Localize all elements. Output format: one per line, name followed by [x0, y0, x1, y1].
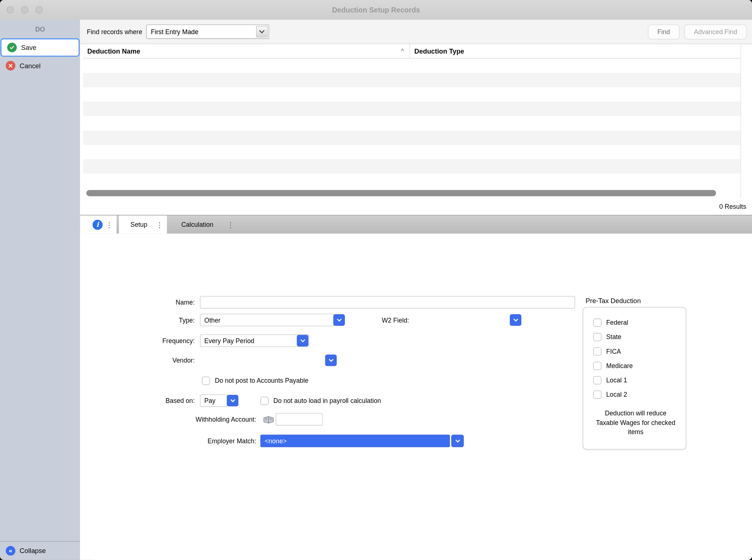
employer-match-select[interactable]: <none> [260, 435, 450, 447]
table-body-empty [83, 59, 740, 188]
vendor-dropdown-button[interactable] [325, 354, 336, 366]
w2-field-label: W2 Field: [376, 314, 409, 327]
state-checkbox[interactable] [593, 333, 601, 341]
results-table: Deduction Name ^ Deduction Type [83, 44, 741, 197]
pretax-deduction-title: Pre-Tax Deduction [585, 297, 641, 305]
pretax-option-row: Local 1 [593, 376, 678, 384]
tab-calculation[interactable]: Calculation ⋮ [167, 215, 238, 234]
ledger-icon[interactable] [263, 416, 274, 426]
save-button-label: Save [21, 44, 37, 51]
based-on-dropdown-button[interactable] [227, 395, 238, 406]
sidebar-header: DO [0, 20, 80, 39]
type-label: Type: [80, 314, 194, 327]
info-icon[interactable]: i [92, 219, 102, 229]
type-value: Other [204, 316, 220, 324]
pretax-option-row: FICA [593, 348, 678, 356]
window-close-button[interactable] [7, 6, 14, 13]
app-window: Deduction Setup Records DO Save Cancel «… [0, 0, 752, 560]
chevron-down-icon [300, 338, 305, 342]
withholding-account-label: Withholding Account: [80, 413, 256, 426]
pretax-deduction-panel: Federal State FICA Medicare [583, 307, 686, 450]
sort-ascending-icon: ^ [401, 48, 404, 54]
auto-load-label: Do not auto load in payroll calculation [273, 394, 381, 407]
type-dropdown-button[interactable] [333, 314, 345, 326]
dropdown-button[interactable] [256, 26, 267, 37]
horizontal-scrollbar [83, 188, 740, 197]
results-row: 0 Results [80, 198, 752, 215]
advanced-find-button[interactable]: Advanced Find [685, 24, 747, 39]
chevrons-left-icon: « [6, 546, 15, 556]
chevron-down-icon [329, 357, 333, 362]
drag-handle-icon[interactable]: ⋮ [156, 221, 163, 228]
type-dropdown[interactable]: Other [200, 314, 334, 326]
medicare-label: Medicare [606, 362, 633, 370]
tab-bar: i ⋮ Setup ⋮ Calculation ⋮ [80, 215, 752, 234]
drag-handle-icon[interactable]: ⋮ [227, 221, 234, 228]
employer-match-label: Employer Match: [80, 435, 256, 448]
frequency-value: Every Pay Period [204, 337, 254, 344]
local1-label: Local 1 [606, 377, 627, 384]
pretax-option-row: Medicare [593, 362, 678, 370]
based-on-value: Pay [204, 397, 215, 404]
state-label: State [606, 334, 621, 341]
tab-setup-label: Setup [131, 221, 147, 228]
main-panel: Find records where First Entry Made Find… [80, 20, 752, 560]
window-title: Deduction Setup Records [0, 6, 752, 14]
title-bar: Deduction Setup Records [0, 0, 752, 20]
tab-setup[interactable]: Setup ⋮ [119, 215, 167, 234]
drag-handle-icon[interactable]: ⋮ [106, 221, 113, 228]
pretax-option-row: Local 2 [593, 390, 678, 399]
local1-checkbox[interactable] [593, 376, 601, 384]
name-input[interactable] [200, 296, 575, 309]
vendor-label: Vendor: [80, 354, 194, 367]
window-controls [7, 6, 43, 13]
w2-field-dropdown-button[interactable] [510, 314, 521, 326]
cancel-button[interactable]: Cancel [0, 57, 80, 75]
fica-label: FICA [606, 348, 621, 355]
save-button[interactable]: Save [0, 39, 80, 57]
info-segment: i ⋮ [80, 215, 116, 234]
cancel-button-label: Cancel [20, 62, 41, 70]
medicare-checkbox[interactable] [593, 362, 601, 370]
based-on-dropdown[interactable]: Pay [200, 394, 227, 407]
do-not-post-label: Do not post to Accounts Payable [215, 374, 309, 387]
find-button[interactable]: Find [648, 24, 680, 39]
find-field-dropdown[interactable]: First Entry Made [146, 25, 269, 39]
auto-load-checkbox[interactable] [260, 397, 269, 405]
setup-form: Name: Type: Other W2 Field: [80, 234, 752, 560]
column-header-deduction-name[interactable]: Deduction Name ^ [83, 44, 410, 58]
collapse-button[interactable]: « Collapse [0, 541, 80, 560]
employer-match-dropdown-button[interactable] [451, 435, 464, 447]
federal-label: Federal [606, 319, 628, 326]
column-header-deduction-type[interactable]: Deduction Type [410, 44, 741, 58]
deduction-type-header-label: Deduction Type [415, 47, 464, 55]
federal-checkbox[interactable] [593, 319, 601, 327]
chevron-down-icon [230, 397, 235, 402]
window-minimize-button[interactable] [21, 6, 29, 13]
frequency-dropdown[interactable]: Every Pay Period [200, 334, 309, 347]
withholding-account-input[interactable] [276, 413, 323, 426]
chevron-down-icon [455, 438, 460, 443]
local2-label: Local 2 [606, 391, 627, 399]
pretax-option-row: State [593, 333, 678, 341]
pretax-note: Deduction will reduce Taxable Wages for … [593, 409, 678, 437]
results-count: 0 Results [719, 203, 746, 210]
tab-calculation-label: Calculation [181, 221, 213, 228]
deduction-name-header-label: Deduction Name [87, 47, 140, 55]
x-circle-icon [6, 61, 15, 70]
scrollbar-thumb[interactable] [86, 190, 716, 196]
find-field-value: First Entry Made [151, 28, 198, 35]
local2-checkbox[interactable] [593, 390, 601, 399]
employer-match-value: <none> [265, 437, 287, 445]
frequency-dropdown-button[interactable] [297, 335, 308, 346]
frequency-label: Frequency: [80, 334, 194, 347]
table-header: Deduction Name ^ Deduction Type [83, 44, 740, 58]
do-not-post-checkbox[interactable] [202, 377, 210, 385]
window-zoom-button[interactable] [36, 6, 43, 13]
name-label: Name: [80, 296, 194, 309]
sidebar: DO Save Cancel « Collapse [0, 20, 80, 560]
chevron-down-icon [337, 317, 342, 322]
chevron-down-icon [513, 317, 518, 322]
fica-checkbox[interactable] [593, 348, 601, 356]
based-on-label: Based on: [80, 394, 194, 407]
